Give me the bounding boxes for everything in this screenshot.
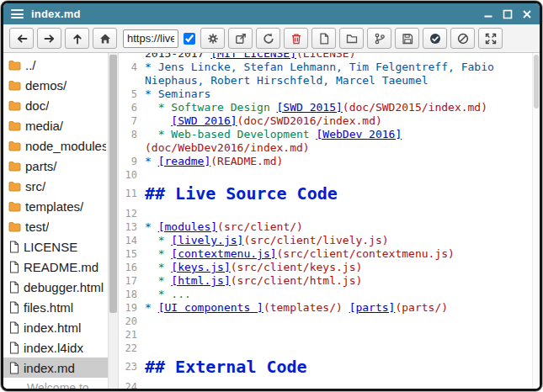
folder-item-[interactable]: ../	[3, 55, 108, 75]
new-file-button[interactable]	[311, 28, 336, 49]
code-text[interactable]	[145, 168, 530, 182]
code-line[interactable]: 24	[119, 380, 530, 389]
code-line[interactable]: 11## Live Source Code	[119, 182, 530, 207]
code-text[interactable]	[145, 328, 530, 342]
folder-item-templates[interactable]: templates/	[3, 196, 108, 216]
folder-item-test[interactable]: test/	[3, 216, 108, 236]
code-text[interactable]: * [lively.js](src/client/lively.js)	[145, 234, 530, 247]
back-button[interactable]	[9, 28, 34, 49]
code-text[interactable]: * Jens Lincke, Stefan Lehmann, Tim Felge…	[145, 61, 530, 87]
git-branch-icon	[374, 33, 386, 45]
block-button[interactable]	[450, 28, 475, 49]
home-button[interactable]	[93, 28, 117, 49]
file-item-debugger-html[interactable]: debugger.html	[3, 277, 108, 297]
code-text[interactable]	[145, 315, 530, 328]
code-text[interactable]: * [html.js](src/client/html.js)	[145, 274, 530, 288]
code-line[interactable]: 2015-2017 [MIT LICENSE](LICENSE)	[119, 53, 530, 61]
sidebar-scrollbar-thumb[interactable]	[109, 55, 117, 313]
code-text[interactable]	[145, 380, 530, 389]
code-line[interactable]: 19* [UI components ](templates/) [parts]…	[119, 301, 530, 315]
code-text[interactable]	[145, 342, 530, 355]
accept-button[interactable]	[423, 28, 447, 49]
code-line[interactable]: 20	[119, 315, 530, 328]
code-text[interactable]: * [contextmenu.js](src/client/contextmen…	[145, 247, 530, 261]
code-line[interactable]: 14 * [lively.js](src/client/lively.js)	[119, 234, 530, 247]
code-line[interactable]: 10	[119, 168, 530, 182]
code-line[interactable]: 13* [modules](src/client/)	[119, 220, 530, 234]
code-line[interactable]: 23## External Code	[119, 355, 530, 380]
line-number: 13	[119, 220, 145, 234]
code-line[interactable]: 22	[119, 342, 530, 355]
folder-item-src[interactable]: src/	[3, 176, 108, 196]
new-file-icon	[318, 33, 330, 45]
sidebar-file-icon	[8, 362, 19, 374]
code-text[interactable]: * [keys.js](src/client/keys.js)	[145, 261, 530, 274]
code-line[interactable]: 18 * ...	[119, 288, 530, 301]
code-text[interactable]: * Web-based Development [WebDev 2016](do…	[145, 128, 530, 155]
open-external-button[interactable]	[228, 28, 253, 49]
code-text[interactable]: * ...	[145, 288, 530, 301]
code-line[interactable]: 15 * [contextmenu.js](src/client/context…	[119, 247, 530, 261]
line-number: 4	[119, 61, 145, 87]
maximize-button[interactable]	[503, 9, 513, 19]
file-item-files-html[interactable]: files.html	[3, 297, 108, 317]
new-folder-button[interactable]	[339, 28, 364, 49]
folder-item-demos[interactable]: demos/	[3, 75, 108, 95]
file-item-label: index.l4idx	[24, 341, 83, 355]
code-line[interactable]: 16 * [keys.js](src/client/keys.js)	[119, 261, 530, 274]
file-item-label: ../	[25, 58, 36, 72]
file-item-index-l4idx[interactable]: index.l4idx	[3, 337, 108, 358]
line-number: 22	[119, 342, 145, 355]
save-button[interactable]	[395, 28, 419, 49]
up-button[interactable]	[65, 28, 89, 49]
settings-gears-button[interactable]	[200, 28, 225, 49]
sidebar-folder-icon	[8, 221, 21, 232]
code-line[interactable]: 17 * [html.js](src/client/html.js)	[119, 274, 530, 288]
code-text[interactable]: * Software Design [SWD 2015](doc/SWD2015…	[145, 101, 530, 114]
forward-button[interactable]	[37, 28, 61, 49]
minimize-button[interactable]	[483, 9, 493, 19]
delete-button[interactable]	[284, 28, 308, 49]
url-checkbox[interactable]	[184, 33, 195, 45]
line-number	[119, 53, 145, 61]
code-text[interactable]: * [UI components ](templates/) [parts](p…	[145, 301, 530, 315]
markdown-editor[interactable]: 2015-2017 [MIT LICENSE](LICENSE)4* Jens …	[119, 53, 540, 389]
expand-button[interactable]	[478, 28, 503, 49]
code-text[interactable]: * [readme](README.md)	[145, 155, 530, 168]
code-text[interactable]: * [modules](src/client/)	[145, 220, 530, 234]
code-text[interactable]: * Seminars	[145, 87, 530, 101]
code-text[interactable]: ## Live Source Code	[145, 182, 530, 207]
editor-scrollbar-thumb[interactable]	[534, 55, 539, 109]
file-item-license[interactable]: LICENSE	[3, 236, 108, 257]
url-input[interactable]	[123, 29, 178, 48]
hamburger-menu-icon[interactable]	[11, 9, 24, 19]
code-text[interactable]: [SWD 2016](doc/SWD2016/index.md)	[145, 114, 530, 128]
code-line[interactable]: 7 [SWD 2016](doc/SWD2016/index.md)	[119, 114, 530, 128]
code-text[interactable]: 2015-2017 [MIT LICENSE](LICENSE)	[145, 53, 530, 61]
folder-item-doc[interactable]: doc/	[3, 95, 108, 115]
trash-icon	[290, 33, 302, 45]
code-line[interactable]: 21	[119, 328, 530, 342]
file-item-label: LICENSE	[24, 240, 77, 254]
file-item-index-md[interactable]: index.md	[3, 358, 108, 378]
editor-scrollbar[interactable]	[532, 53, 540, 389]
folder-item-node-modules[interactable]: node_modules/	[3, 135, 108, 156]
code-text[interactable]	[145, 207, 530, 220]
sidebar-scrollbar[interactable]	[108, 53, 119, 389]
code-line[interactable]: 6 * Software Design [SWD 2015](doc/SWD20…	[119, 101, 530, 114]
file-item-label: files.html	[24, 300, 73, 315]
code-line[interactable]: 9* [readme](README.md)	[119, 155, 530, 168]
window-titlebar[interactable]: index.md	[3, 3, 540, 24]
close-button[interactable]	[522, 9, 532, 19]
code-line[interactable]: 5* Seminars	[119, 87, 530, 101]
folder-item-parts[interactable]: parts/	[3, 156, 108, 176]
file-item-readme-md[interactable]: README.md	[3, 257, 108, 277]
folder-item-media[interactable]: media/	[3, 115, 108, 135]
git-branch-button[interactable]	[367, 28, 391, 49]
code-line[interactable]: 4* Jens Lincke, Stefan Lehmann, Tim Felg…	[119, 61, 530, 87]
reload-button[interactable]	[256, 28, 280, 49]
code-line[interactable]: 12	[119, 207, 530, 220]
code-text[interactable]: ## External Code	[145, 355, 530, 380]
code-line[interactable]: 8 * Web-based Development [WebDev 2016](…	[119, 128, 530, 155]
file-item-index-html[interactable]: index.html	[3, 317, 108, 337]
